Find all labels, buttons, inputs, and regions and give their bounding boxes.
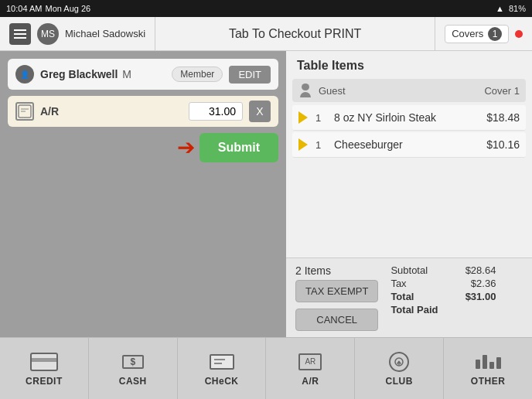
table-row: 1 8 oz NY Sirloin Steak $18.48 [292, 105, 526, 131]
cancel-button[interactable]: CANCEL [295, 309, 378, 331]
customer-name: Greg Blackwell M [40, 68, 165, 80]
nav-other[interactable]: OTHER [444, 338, 532, 399]
tax-label: Tax [390, 278, 445, 289]
subtotal-label: Subtotal [390, 264, 445, 276]
item-header-row: Guest Cover 1 [292, 79, 526, 102]
nav-club-label: CLUB [386, 376, 413, 387]
ar-amount: 31.00 [189, 102, 243, 121]
battery: 81% [509, 4, 526, 13]
guest-icon [298, 84, 312, 97]
nav-ar-icon: AR [296, 351, 324, 373]
total-paid-label: Total Paid [390, 304, 445, 315]
menu-icon[interactable] [9, 23, 31, 45]
svg-text:♣: ♣ [397, 359, 401, 367]
left-panel: 👤 Greg Blackwell M Member EDIT A/R 31.00… [0, 51, 286, 337]
flag-icon-2 [298, 138, 308, 151]
svg-rect-2 [14, 37, 26, 39]
total-paid-row: Total Paid [390, 304, 496, 315]
main-content: 👤 Greg Blackwell M Member EDIT A/R 31.00… [0, 51, 532, 337]
table-items-header: Table Items [286, 51, 532, 79]
item-qty-1: 1 [315, 112, 328, 124]
covers-badge: Covers 1 [445, 25, 509, 43]
bottom-nav: CREDIT $ CASH CHeCK AR A/R ♣ [0, 337, 532, 399]
covers-count: 1 [488, 27, 502, 41]
item-price-1: $18.48 [486, 111, 520, 124]
date: Mon Aug 26 [45, 4, 90, 13]
cash-icon: $ [119, 351, 147, 373]
column-cover: Cover 1 [484, 85, 520, 97]
table-row: 1 Cheeseburger $10.16 [292, 132, 526, 158]
wifi-icon: ▲ [496, 4, 504, 13]
nav-ar[interactable]: AR A/R [266, 338, 355, 399]
ar-bar: A/R 31.00 X [8, 96, 278, 127]
svg-rect-1 [14, 33, 26, 35]
user-bar: 👤 Greg Blackwell M Member EDIT [8, 59, 278, 90]
check-icon [208, 351, 236, 373]
nav-cash[interactable]: $ CASH [89, 338, 178, 399]
item-count: 2 Items [295, 264, 378, 277]
submit-row: ➔ Submit [8, 133, 278, 162]
item-price-2: $10.16 [486, 138, 520, 151]
subtotal-row: Subtotal $28.64 [390, 264, 496, 276]
ar-label: A/R [40, 105, 182, 118]
total-row: Total $31.00 [390, 291, 496, 302]
tax-exempt-button[interactable]: TAX EXEMPT [295, 280, 378, 302]
items-list: Guest Cover 1 1 8 oz NY Sirloin Steak $1… [286, 79, 532, 257]
item-name-2: Cheeseburger [334, 138, 480, 151]
header-title-section: Tab To Checkout PRINT [155, 17, 435, 50]
status-bar: 10:04 AM Mon Aug 26 ▲ 81% [0, 0, 532, 17]
red-arrow-icon: ➔ [177, 137, 195, 159]
header-covers-section: Covers 1 [435, 17, 532, 50]
right-panel: Table Items Guest Cover 1 1 8 oz NY Sirl… [286, 51, 532, 337]
credit-icon [30, 351, 58, 373]
header-user: Michael Sadowski [65, 28, 145, 39]
submit-button[interactable]: Submit [200, 133, 278, 162]
subtotal-value: $28.64 [457, 264, 496, 276]
user-avatar: 👤 [15, 65, 34, 84]
nav-cash-label: CASH [119, 376, 147, 387]
flag-icon-1 [298, 111, 308, 124]
member-badge: Member [172, 66, 223, 82]
edit-button[interactable]: EDIT [229, 66, 271, 84]
arrow-container: ➔ Submit [15, 133, 278, 162]
total-paid-value [457, 304, 496, 315]
header-avatar: MS [37, 23, 59, 45]
item-name-1: 8 oz NY Sirloin Steak [334, 111, 480, 124]
summary-totals: Subtotal $28.64 Tax $2.36 Total $31.00 T… [390, 264, 496, 331]
status-bar-right: ▲ 81% [496, 4, 526, 13]
covers-label: Covers [452, 28, 483, 39]
nav-check-label: CHeCK [205, 376, 239, 387]
header-menu-section[interactable]: MS Michael Sadowski [0, 17, 155, 50]
status-indicator [515, 30, 523, 38]
column-guest: Guest [319, 85, 478, 97]
nav-other-label: OTHER [471, 376, 506, 387]
status-bar-left: 10:04 AM Mon Aug 26 [6, 4, 90, 13]
ar-icon [15, 102, 34, 121]
nav-ar-label: A/R [302, 376, 319, 387]
time: 10:04 AM [6, 4, 42, 13]
total-value: $31.00 [457, 291, 496, 302]
header: MS Michael Sadowski Tab To Checkout PRIN… [0, 17, 532, 51]
item-qty-2: 1 [315, 139, 328, 151]
svg-rect-0 [14, 29, 26, 31]
header-title: Tab To Checkout PRINT [229, 27, 361, 41]
total-label: Total [390, 291, 445, 302]
nav-credit[interactable]: CREDIT [0, 338, 89, 399]
nav-club[interactable]: ♣ CLUB [355, 338, 444, 399]
ar-clear-button[interactable]: X [249, 101, 271, 122]
summary-left: 2 Items TAX EXEMPT CANCEL [295, 264, 378, 331]
other-icon [474, 351, 502, 373]
summary-bar: 2 Items TAX EXEMPT CANCEL Subtotal $28.6… [286, 257, 532, 337]
nav-check[interactable]: CHeCK [178, 338, 267, 399]
tax-row: Tax $2.36 [390, 278, 496, 289]
nav-credit-label: CREDIT [26, 376, 63, 387]
club-icon: ♣ [385, 351, 413, 373]
tax-value: $2.36 [457, 278, 496, 289]
